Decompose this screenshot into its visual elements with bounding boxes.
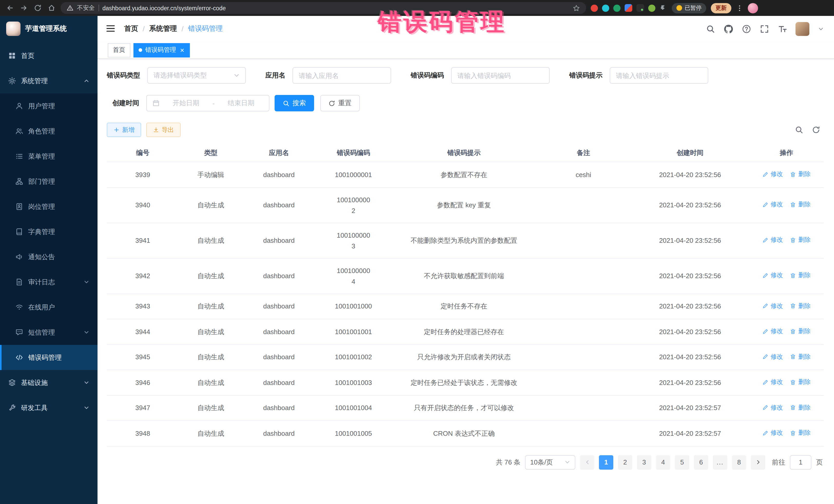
page-button-1[interactable]: 1 (599, 455, 613, 469)
edit-link[interactable]: 修改 (762, 377, 783, 388)
tab-error-code[interactable]: 错误码管理 (133, 43, 190, 57)
add-button[interactable]: 新增 (107, 123, 141, 137)
search-button[interactable]: 搜索 (275, 95, 314, 111)
header-search-button[interactable] (706, 24, 715, 34)
profile-paused-badge[interactable]: 已暂停 (672, 3, 706, 13)
page-ellipsis[interactable]: ... (713, 455, 727, 469)
refresh-table-button[interactable] (812, 126, 821, 134)
edit-link-label: 修改 (771, 301, 783, 311)
export-button[interactable]: 导出 (146, 123, 181, 137)
page-size-select[interactable]: 10条/页 (525, 455, 575, 469)
bookmark-star-icon[interactable] (573, 4, 580, 12)
app-name-input[interactable] (292, 67, 391, 84)
extension-icon-multicolor[interactable] (624, 4, 632, 12)
delete-link[interactable]: 删除 (790, 326, 811, 337)
extension-icon-dark[interactable] (636, 4, 644, 12)
page-button-6[interactable]: 6 (694, 455, 708, 469)
browser-home-button[interactable] (47, 3, 56, 13)
chevron-down-icon (84, 329, 89, 335)
sidebar-item-menu[interactable]: 菜单管理 (0, 144, 97, 169)
cell-operations: 修改删除 (749, 223, 824, 258)
delete-link[interactable]: 删除 (790, 351, 811, 362)
chevron-down-icon (234, 72, 240, 79)
sidebar-item-dept[interactable]: 部门管理 (0, 169, 97, 194)
sidebar-item-infra[interactable]: 基础设施 (0, 370, 97, 395)
font-size-button[interactable] (777, 24, 787, 34)
page-button-3[interactable]: 3 (637, 455, 651, 469)
fullscreen-button[interactable] (760, 24, 769, 34)
delete-link[interactable]: 删除 (790, 270, 811, 281)
edit-link[interactable]: 修改 (762, 270, 783, 281)
extension-icon-leaf[interactable] (648, 4, 655, 12)
extension-icon-teal[interactable] (602, 4, 609, 12)
sidebar-toggle-button[interactable] (106, 24, 116, 34)
delete-link[interactable]: 删除 (790, 301, 811, 311)
delete-link[interactable]: 删除 (790, 235, 811, 246)
sidebar-item-notice[interactable]: 通知公告 (0, 244, 97, 269)
delete-link[interactable]: 删除 (790, 377, 811, 388)
avatar-caret-icon[interactable] (818, 26, 824, 31)
breadcrumb-item[interactable]: 首页 (124, 24, 138, 34)
error-type-select[interactable]: 请选择错误码类型 (147, 67, 246, 84)
delete-link-label: 删除 (798, 301, 811, 311)
breadcrumb-item[interactable]: 系统管理 (149, 24, 177, 34)
tab-home[interactable]: 首页 (108, 43, 130, 57)
delete-link[interactable]: 删除 (790, 428, 811, 438)
page-button-4[interactable]: 4 (656, 455, 670, 469)
sidebar-item-system[interactable]: 系统管理 (0, 68, 97, 93)
github-link[interactable] (724, 24, 733, 34)
extension-icon-green[interactable] (613, 4, 620, 12)
sidebar-item-post[interactable]: 岗位管理 (0, 194, 97, 219)
error-hint-input[interactable] (610, 67, 708, 84)
browser-back-button[interactable] (5, 3, 14, 13)
page-button-8[interactable]: 8 (732, 455, 746, 469)
edit-link[interactable]: 修改 (762, 351, 783, 362)
start-date-placeholder: 开始日期 (164, 98, 208, 108)
edit-link[interactable]: 修改 (762, 169, 783, 180)
sidebar-item-role[interactable]: 角色管理 (0, 118, 97, 144)
goto-page-input[interactable] (790, 455, 811, 469)
sidebar-item-audit-log[interactable]: 审计日志 (0, 269, 97, 294)
sidebar-item-user[interactable]: 用户管理 (0, 93, 97, 118)
sidebar-item-devtools[interactable]: 研发工具 (0, 395, 97, 420)
address-bar[interactable]: 不安全 dashboard.yudao.iocoder.cn/system/er… (61, 2, 586, 14)
edit-link[interactable]: 修改 (762, 402, 783, 413)
cell-app: dashboard (243, 395, 315, 421)
delete-link[interactable]: 删除 (790, 402, 811, 413)
delete-link[interactable]: 删除 (790, 199, 811, 210)
help-button[interactable] (742, 24, 751, 34)
reset-button[interactable]: 重置 (320, 95, 360, 111)
sidebar-item-home[interactable]: 首页 (0, 43, 97, 68)
page-button-5[interactable]: 5 (675, 455, 689, 469)
browser-update-button[interactable]: 更新 (711, 3, 731, 13)
sidebar-item-error-code[interactable]: 错误码管理 (0, 345, 97, 370)
sidebar-item-online-user[interactable]: 在线用户 (0, 294, 97, 320)
edit-link[interactable]: 修改 (762, 326, 783, 337)
edit-link[interactable]: 修改 (762, 235, 783, 246)
sidebar-item-dict[interactable]: 字典管理 (0, 219, 97, 244)
error-type-placeholder: 请选择错误码类型 (153, 71, 207, 80)
browser-menu-icon[interactable] (736, 4, 743, 12)
tool-icon (8, 404, 16, 412)
page-button-2[interactable]: 2 (618, 455, 632, 469)
toggle-search-button[interactable] (795, 126, 804, 134)
browser-forward-button[interactable] (19, 3, 28, 13)
browser-profile-avatar[interactable] (748, 3, 758, 13)
edit-link[interactable]: 修改 (762, 199, 783, 210)
prev-page-button[interactable] (580, 455, 594, 469)
pagination-bar: 共 76 条 10条/页 123456...8 前往 页 (107, 455, 824, 469)
user-avatar[interactable] (795, 22, 809, 36)
security-label[interactable]: 不安全 (77, 4, 95, 12)
edit-link[interactable]: 修改 (762, 428, 783, 438)
create-time-range-picker[interactable]: 开始日期 - 结束日期 (146, 95, 269, 111)
sidebar-item-sms[interactable]: 短信管理 (0, 320, 97, 345)
next-page-button[interactable] (751, 455, 765, 469)
extensions-puzzle-icon[interactable] (659, 4, 667, 12)
active-tab-dot (138, 48, 142, 52)
browser-reload-button[interactable] (33, 3, 42, 13)
app-logo[interactable]: 芋道管理系统 (0, 16, 97, 42)
delete-link[interactable]: 删除 (790, 169, 811, 180)
extension-icon-red[interactable] (591, 4, 598, 12)
edit-link[interactable]: 修改 (762, 301, 783, 311)
error-code-input[interactable] (451, 67, 550, 84)
